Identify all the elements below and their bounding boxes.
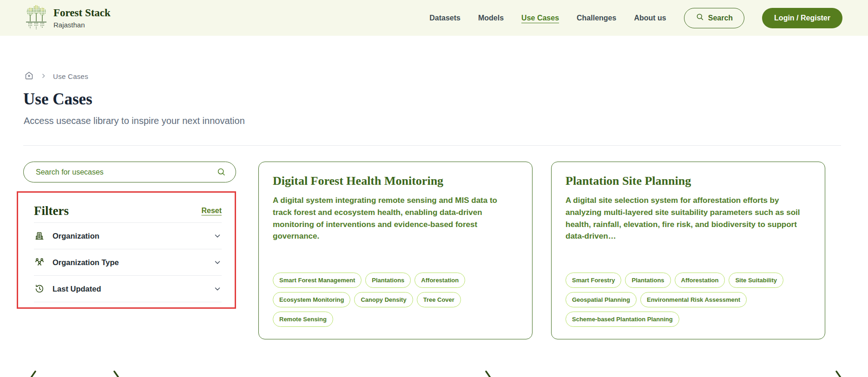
nav-item-challenges[interactable]: Challenges <box>577 14 616 22</box>
carousel-next-arrow-mid[interactable] <box>482 370 498 377</box>
nav-item-models[interactable]: Models <box>478 14 504 22</box>
filter-row-organization[interactable]: Organization <box>34 222 222 249</box>
page-subtitle: Access usecase library to inspire your n… <box>24 116 245 126</box>
filters-title: Filters <box>34 204 69 218</box>
usecase-card-plantation-site-planning[interactable]: Plantation Site Planning A digital site … <box>551 162 825 339</box>
tag-chip-afforestation[interactable]: Afforestation <box>414 273 465 288</box>
usecase-card-title: Digital Forest Health Monitoring <box>273 174 518 188</box>
tag-chip-afforestation[interactable]: Afforestation <box>675 273 725 288</box>
breadcrumb-current: Use Cases <box>53 72 88 80</box>
tag-chip-geospatial-planning[interactable]: Geospatial Planning <box>566 292 637 307</box>
history-icon <box>34 284 45 294</box>
main-nav: DatasetsModelsUse CasesChallengesAbout u… <box>429 14 666 22</box>
filters-header: Filters Reset <box>34 199 222 222</box>
usecase-card-description: A digital system integrating remote sens… <box>273 195 518 242</box>
filter-label: Organization Type <box>53 258 119 267</box>
search-icon <box>696 13 704 23</box>
carousel-next-arrow-right[interactable] <box>833 370 848 377</box>
usecase-card-digital-forest-health-monitoring[interactable]: Digital Forest Health Monitoring A digit… <box>258 162 533 339</box>
nav-item-use-cases[interactable]: Use Cases <box>521 14 559 22</box>
building-icon <box>34 231 45 241</box>
brand-title: Forest Stack <box>53 7 111 19</box>
chevron-down-icon <box>213 258 222 266</box>
search-button-label: Search <box>708 14 733 22</box>
tag-chip-remote-sensing[interactable]: Remote Sensing <box>273 312 333 327</box>
filter-label: Organization <box>53 232 99 240</box>
org-type-icon <box>34 257 45 267</box>
home-icon[interactable] <box>24 71 34 82</box>
tag-chip-site-suitability[interactable]: Site Suitability <box>729 273 783 288</box>
brand-subtitle: Rajasthan <box>53 21 111 29</box>
header-right: DatasetsModelsUse CasesChallengesAbout u… <box>429 8 842 28</box>
filters-list: Organization Organization Type Last Upda… <box>34 222 222 302</box>
login-register-button[interactable]: Login / Register <box>762 8 842 28</box>
tag-chip-canopy-density[interactable]: Canopy Density <box>354 292 413 307</box>
usecase-search-input[interactable] <box>36 168 217 176</box>
tag-chip-ecosystem-monitoring[interactable]: Ecosystem Monitoring <box>273 292 350 307</box>
chevron-down-icon <box>213 232 222 240</box>
filter-row-organization-type[interactable]: Organization Type <box>34 249 222 275</box>
filters-bottom-divider <box>34 302 222 307</box>
tag-chip-smart-forest-management[interactable]: Smart Forest Management <box>273 273 362 288</box>
tag-chip-tree-cover[interactable]: Tree Cover <box>417 292 461 307</box>
usecase-card-title: Plantation Site Planning <box>566 174 811 188</box>
forest-stack-logo-icon <box>26 5 47 32</box>
nav-item-datasets[interactable]: Datasets <box>429 14 460 22</box>
site-header: Forest Stack Rajasthan DatasetsModelsUse… <box>0 0 868 36</box>
tag-chip-plantations[interactable]: Plantations <box>365 273 411 288</box>
usecase-search-icon <box>217 167 226 177</box>
tag-chip-smart-forestry[interactable]: Smart Forestry <box>566 273 621 288</box>
usecase-card-description: A digital site selection system for affo… <box>566 195 811 242</box>
filter-label: Last Updated <box>53 285 101 293</box>
search-button[interactable]: Search <box>684 8 744 28</box>
filter-row-last-updated[interactable]: Last Updated <box>34 275 222 302</box>
tag-chip-plantations[interactable]: Plantations <box>625 273 671 288</box>
section-divider <box>23 145 841 146</box>
breadcrumb: Use Cases <box>24 71 88 82</box>
carousel-next-arrow-left[interactable] <box>111 370 126 377</box>
filters-panel: Filters Reset Organization Organization … <box>17 191 236 309</box>
use-cases-page: Forest Stack Rajasthan DatasetsModelsUse… <box>0 0 868 377</box>
carousel-prev-arrow[interactable] <box>23 370 39 377</box>
usecase-card-tags: Smart Forest ManagementPlantationsAffore… <box>273 273 518 327</box>
nav-item-about-us[interactable]: About us <box>634 14 666 22</box>
filters-reset-link[interactable]: Reset <box>201 207 222 215</box>
chevron-down-icon <box>213 285 222 293</box>
usecase-search-box <box>23 162 236 182</box>
tag-chip-environmental-risk-assessment[interactable]: Environmental Risk Assessment <box>640 292 747 307</box>
chevron-right-icon <box>40 72 46 81</box>
tag-chip-scheme-based-plantation-planning[interactable]: Scheme-based Plantation Planning <box>566 312 679 327</box>
page-title: Use Cases <box>23 90 92 109</box>
brand-logo[interactable]: Forest Stack Rajasthan <box>26 5 111 32</box>
usecase-card-tags: Smart ForestryPlantationsAfforestationSi… <box>566 273 811 327</box>
brand-text: Forest Stack Rajasthan <box>53 7 111 28</box>
